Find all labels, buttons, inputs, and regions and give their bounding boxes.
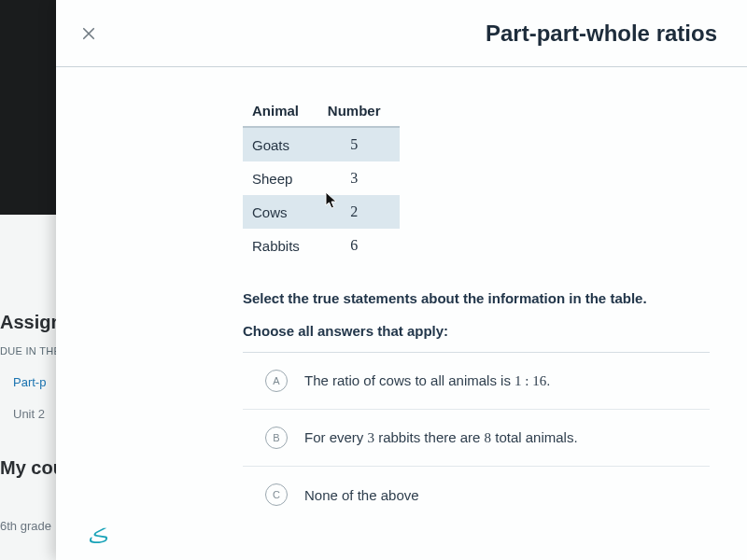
modal-header: Part-part-whole ratios xyxy=(56,0,747,67)
exercise-modal: Part-part-whole ratios Animal Number Goa… xyxy=(56,0,747,560)
table-cell-number: 3 xyxy=(318,161,400,195)
answer-choice[interactable]: CNone of the above xyxy=(243,467,710,523)
choice-text: For every 3 rabbits there are 8 total an… xyxy=(304,429,578,446)
due-label: DUE IN THE xyxy=(0,345,61,357)
squiggle-icon: ڪ xyxy=(88,525,107,547)
hint-button[interactable]: ڪ xyxy=(84,523,110,549)
choice-text: None of the above xyxy=(304,487,419,503)
table-cell-animal: Sheep xyxy=(243,161,318,195)
question-prompt: Select the true statements about the inf… xyxy=(243,290,710,306)
table-header-number: Number xyxy=(318,97,400,127)
grade-label: 6th grade xyxy=(0,519,51,533)
table-cell-animal: Cows xyxy=(243,195,318,229)
table-cell-number: 2 xyxy=(318,195,400,229)
modal-content: Animal Number Goats5Sheep3Cows2Rabbits6 … xyxy=(56,67,747,523)
choice-text: The ratio of cows to all animals is 1 : … xyxy=(304,372,550,389)
table-header-animal: Animal xyxy=(243,97,318,127)
choice-letter: C xyxy=(265,483,288,506)
choice-letter: A xyxy=(265,370,288,392)
sidebar-link-unit[interactable]: Unit 2 xyxy=(13,407,45,421)
sidebar-link-part[interactable]: Part-p xyxy=(13,375,46,389)
answer-choice[interactable]: BFor every 3 rabbits there are 8 total a… xyxy=(243,410,710,467)
table-cell-number: 5 xyxy=(318,127,400,161)
close-icon xyxy=(80,25,97,42)
table-cell-number: 6 xyxy=(318,229,400,262)
answer-choices: AThe ratio of cows to all animals is 1 :… xyxy=(243,352,710,523)
assign-heading: Assign xyxy=(0,312,63,333)
animal-table: Animal Number Goats5Sheep3Cows2Rabbits6 xyxy=(243,97,400,262)
question-subprompt: Choose all answers that apply: xyxy=(243,323,710,339)
choice-letter: B xyxy=(265,427,288,449)
modal-title: Part-part-whole ratios xyxy=(105,21,725,47)
table-cell-animal: Rabbits xyxy=(243,229,318,262)
answer-choice[interactable]: AThe ratio of cows to all animals is 1 :… xyxy=(243,353,710,410)
my-courses-heading: My cou xyxy=(0,457,64,479)
table-row: Goats5 xyxy=(243,127,400,161)
table-row: Rabbits6 xyxy=(243,229,400,262)
table-row: Cows2 xyxy=(243,195,400,229)
table-cell-animal: Goats xyxy=(243,127,318,161)
table-row: Sheep3 xyxy=(243,161,400,195)
close-button[interactable] xyxy=(73,18,105,49)
